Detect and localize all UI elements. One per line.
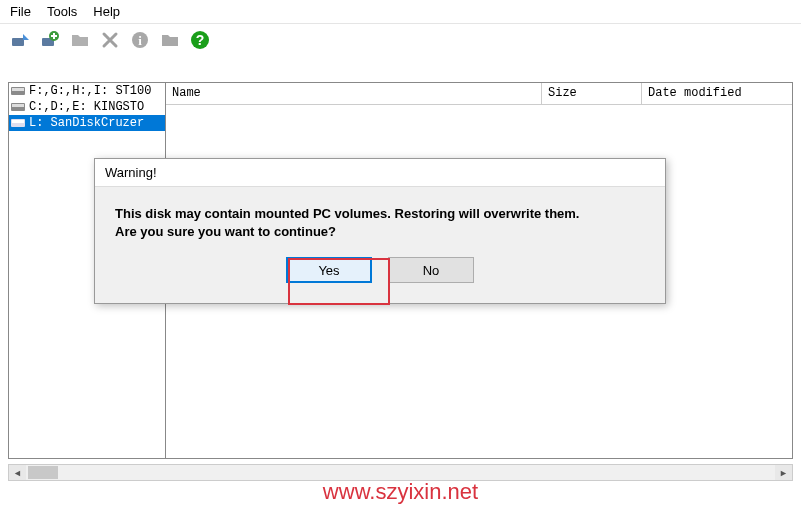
- disk-icon: [11, 86, 25, 96]
- write-disk-icon[interactable]: [40, 30, 60, 50]
- help-icon[interactable]: ?: [190, 30, 210, 50]
- read-disk-icon[interactable]: [10, 30, 30, 50]
- dialog-message-line: This disk may contain mounted PC volumes…: [115, 205, 645, 223]
- warning-dialog: Warning! This disk may contain mounted P…: [94, 158, 666, 304]
- svg-rect-10: [12, 104, 24, 107]
- yes-button[interactable]: Yes: [286, 257, 372, 283]
- sidebar-item-drive[interactable]: C:,D:,E: KINGSTO: [9, 99, 165, 115]
- disk-icon: [11, 102, 25, 112]
- menubar: File Tools Help: [0, 0, 801, 24]
- menu-file[interactable]: File: [10, 4, 31, 19]
- svg-text:?: ?: [196, 32, 205, 48]
- folder-open-icon[interactable]: [160, 30, 180, 50]
- scroll-left-icon[interactable]: ◄: [9, 465, 26, 480]
- sidebar-item-label: L: SanDiskCruzer: [29, 116, 144, 130]
- dialog-message-line: Are you sure you want to continue?: [115, 223, 645, 241]
- folder-icon[interactable]: [70, 30, 90, 50]
- delete-icon[interactable]: [100, 30, 120, 50]
- toolbar: i ?: [0, 24, 801, 56]
- scroll-right-icon[interactable]: ►: [775, 465, 792, 480]
- svg-rect-0: [12, 38, 24, 46]
- table-header: Name Size Date modified: [166, 83, 792, 105]
- column-name[interactable]: Name: [166, 83, 542, 104]
- menu-tools[interactable]: Tools: [47, 4, 77, 19]
- column-date[interactable]: Date modified: [642, 83, 792, 104]
- menu-help[interactable]: Help: [93, 4, 120, 19]
- sidebar-item-drive[interactable]: L: SanDiskCruzer: [9, 115, 165, 131]
- sidebar-item-label: C:,D:,E: KINGSTO: [29, 100, 144, 114]
- disk-icon: [11, 118, 25, 128]
- dialog-title: Warning!: [95, 159, 665, 187]
- dialog-buttons: Yes No: [95, 251, 665, 295]
- horizontal-scrollbar[interactable]: ◄ ►: [8, 464, 793, 481]
- dialog-message: This disk may contain mounted PC volumes…: [95, 187, 665, 251]
- no-button[interactable]: No: [388, 257, 474, 283]
- svg-rect-12: [12, 120, 24, 123]
- column-size[interactable]: Size: [542, 83, 642, 104]
- sidebar-item-drive[interactable]: F:,G:,H:,I: ST100: [9, 83, 165, 99]
- watermark-footer: www.szyixin.net: [323, 479, 478, 505]
- info-icon[interactable]: i: [130, 30, 150, 50]
- svg-text:i: i: [138, 33, 142, 48]
- svg-rect-8: [12, 88, 24, 91]
- sidebar-item-label: F:,G:,H:,I: ST100: [29, 84, 151, 98]
- scroll-thumb[interactable]: [28, 466, 58, 479]
